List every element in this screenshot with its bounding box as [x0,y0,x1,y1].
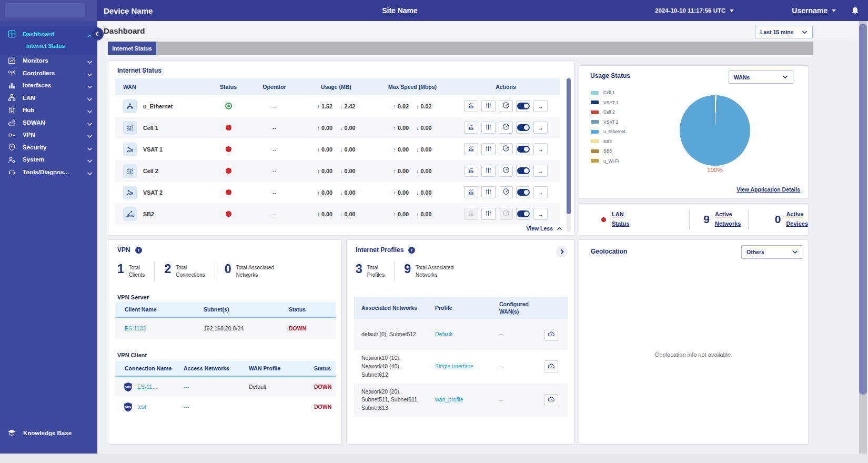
sliders-action-button[interactable] [481,186,496,198]
sliders-action-button[interactable] [481,208,496,220]
toggle-action-button[interactable] [516,122,530,134]
active-devices-count: 0 [775,213,781,226]
arrow-action-button[interactable]: → [533,165,548,177]
toggle-action-button[interactable] [516,186,530,198]
scrollbar-thumb[interactable] [567,78,571,214]
internet-status-scrollbar[interactable] [567,78,571,232]
wan-name: u_Ethernet [143,103,173,109]
tab-internet-status[interactable]: Internet Status [108,42,156,55]
column-header: Usage (MB) [299,84,373,90]
cloud-gauge-icon [548,330,555,339]
chart-action-button[interactable] [464,165,478,177]
notifications-bell-icon[interactable] [851,6,860,15]
usage-up-value: 0.00 [321,168,332,174]
sidebar-item-vpn[interactable]: VPN [0,129,97,142]
toggle-action-button[interactable] [516,165,530,177]
arrow-action-button[interactable]: → [533,208,548,220]
speed-test-button[interactable] [544,394,558,406]
sidebar-item-lan[interactable]: LAN [0,92,97,104]
sidebar-item-controllers[interactable]: Controllers [0,67,97,79]
geolocation-panel: Geolocation Others Geolocation info not … [579,239,809,445]
arrow-right-icon: → [538,167,544,175]
sidebar-item-knowledge-base[interactable]: Knowledge Base [0,426,97,440]
connection-name-link[interactable]: ES-11... [137,384,157,390]
sidebar-item-security[interactable]: Security [0,141,97,154]
gauge-action-button[interactable] [499,143,513,155]
client-name-link[interactable]: ES-1133 [115,325,194,331]
max-speed: ↑0.02↓0.02 [373,103,452,109]
usage-up-value: 0.00 [321,189,332,196]
arrow-action-button[interactable]: → [533,143,548,155]
geolocation-select-value: Others [746,249,764,255]
column-header: Associated Networks [354,300,428,316]
profiles-next-button[interactable] [556,246,568,257]
gauge-action-button[interactable] [499,100,513,112]
gauge-action-button[interactable] [499,165,513,177]
toggle-action-button[interactable] [516,143,530,155]
down-arrow-icon: ↓ [340,211,343,217]
usage-scope-select[interactable]: WANs [729,71,793,84]
sidebar-item-system[interactable]: System [0,154,97,166]
active-networks-link[interactable]: ActiveNetworks [715,210,741,228]
system-icon [7,155,16,164]
speed-test-button[interactable] [544,360,558,373]
toggle-action-button[interactable] [516,100,530,112]
sidebar-subitem-internet-status[interactable]: Internet Status [0,41,97,52]
toggle-action-button[interactable] [516,208,530,220]
sidebar-item-dashboard[interactable]: Dashboard [0,28,97,41]
sidebar-item-interfaces[interactable]: Interfaces [0,79,97,92]
vsat-icon: VSAT [123,143,137,156]
sidebar-item-monitors[interactable]: Monitors [0,55,97,67]
max-speed-upload: ↑0.00 [393,189,409,196]
geolocation-select[interactable]: Others [741,245,803,259]
connection-name-link[interactable]: test [137,404,146,410]
active-devices-link[interactable]: ActiveDevices [786,210,808,228]
sliders-action-button[interactable] [481,100,496,112]
operator-cell: -- [249,146,299,153]
sidebar-item-hub[interactable]: Hub [0,104,97,117]
sidebar-item-sdwan[interactable]: SDWAN [0,116,97,129]
info-icon[interactable]: i [408,247,415,254]
speed-test-button[interactable] [544,329,558,341]
gauge-action-button[interactable] [499,122,513,134]
status-cell [207,211,249,217]
usage: ↑0.00↓0.00 [299,168,373,174]
status-cell [207,189,249,195]
sliders-action-button[interactable] [481,165,496,177]
datetime-dropdown[interactable]: 2024-10-10 11:17:56 UTC [655,7,734,14]
sidebar-collapse-button[interactable] [92,28,103,39]
page-vertical-scrollbar[interactable] [859,21,867,454]
chart-action-button[interactable] [464,143,478,155]
sidebar-item-tools-diagnos[interactable]: Tools/Diagnos... [0,166,97,178]
status-down-indicator [226,211,231,217]
sliders-action-button[interactable] [481,143,496,155]
gauge-action-button[interactable] [499,186,513,198]
chart-action-button[interactable] [464,122,478,134]
chevron-down-icon [802,29,808,35]
sliders-action-button[interactable] [481,122,496,134]
arrow-action-button[interactable]: → [533,186,548,198]
actions-cell: → [452,165,560,177]
stat-value: 0 [225,263,231,275]
internet-profiles-title: Internet Profiles [356,246,403,254]
vpn-client-row: VPNtest---DOWN [115,397,336,417]
column-header: Connection Name [115,365,174,371]
user-menu[interactable]: Username [792,6,836,15]
info-icon[interactable]: i [135,247,142,254]
arrow-action-button[interactable]: → [533,100,548,112]
lan-status-link[interactable]: LANStatus [612,210,630,228]
profile-link[interactable]: Single Interface [428,358,492,375]
arrow-action-button[interactable]: → [533,122,548,134]
actions-cell: → [452,143,560,155]
scrollbar-thumb[interactable] [859,24,867,395]
chart-action-button[interactable] [464,100,478,112]
profile-link[interactable]: wan_profile [428,391,492,408]
profile-row: Network10 (10), Network40 (40), Subnet61… [354,350,568,383]
time-range-select[interactable]: Last 15 mins [755,26,813,38]
chart-action-button[interactable] [464,186,478,198]
internet-status-panel: Internet Status WANStatusOperatorUsage (… [108,61,574,236]
view-less-button[interactable]: View Less [526,225,562,232]
profile-link[interactable]: Default [428,326,492,343]
wan-row-u-ethernet: u_Ethernet--↑1.52↓2.42↑0.02↓0.02→ [115,95,560,117]
view-application-details-link[interactable]: View Application Details [736,186,800,193]
